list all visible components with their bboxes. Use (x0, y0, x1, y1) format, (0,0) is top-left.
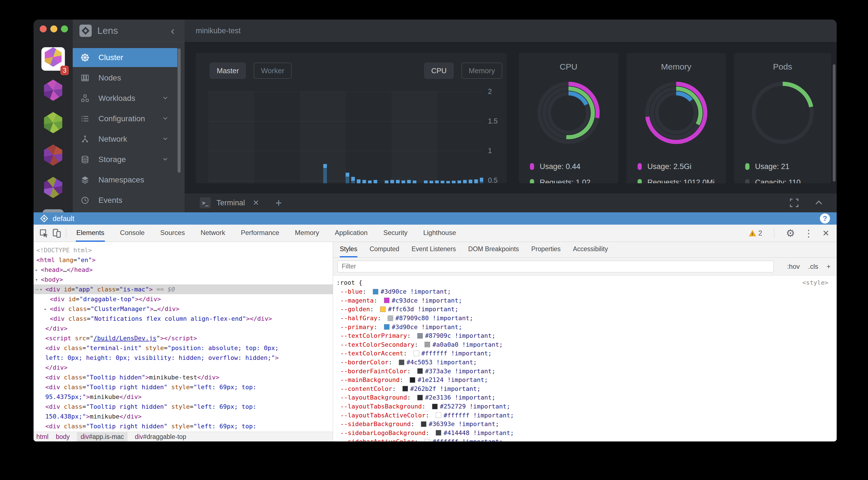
cluster-tab[interactable]: minikube-test (196, 27, 241, 35)
devtools-tab-application[interactable]: Application (334, 225, 368, 242)
dom-tree-node[interactable]: ⋯▾<div id="app" class="is-mac"> == $0 (34, 284, 333, 294)
sidebar-item-nodes[interactable]: Nodes (73, 68, 177, 88)
device-toolbar-icon[interactable] (50, 227, 63, 240)
metric-tab-cpu[interactable]: CPU (424, 63, 454, 79)
dom-tree-node[interactable]: <div class="Tooltip right hidden" style=… (34, 421, 333, 431)
css-property[interactable]: --halfGray: #87909c80 !important; (333, 314, 837, 323)
cluster-rail-item-cluster-5[interactable] (41, 177, 65, 200)
color-swatch-icon[interactable] (417, 333, 423, 339)
css-selector[interactable]: :root { (336, 278, 363, 287)
color-swatch-icon[interactable] (417, 395, 423, 400)
devtools-menu-icon[interactable]: ⋮ (804, 228, 813, 239)
dom-tree-node[interactable]: left: 0px; height: 0px; visibility: hidd… (34, 353, 333, 363)
breadcrumb-div#draggable-top[interactable]: div#draggable-top (135, 433, 186, 441)
css-property[interactable]: --layoutBackground: #2e3136 !important; (333, 393, 837, 402)
node-tab-master[interactable]: Master (210, 63, 246, 79)
devtools-tab-security[interactable]: Security (383, 225, 408, 242)
dom-tree-node[interactable]: <div class="Tooltip right hidden" style=… (34, 382, 333, 392)
color-swatch-icon[interactable] (436, 412, 441, 418)
toggle-hover-state-button[interactable]: :hov (787, 263, 800, 270)
css-property[interactable]: --textColorAccent: #ffffff !important; (333, 349, 837, 358)
dom-tree-node[interactable]: <html lang="en"> (34, 255, 333, 265)
css-property[interactable]: --mainBackground: #1e2124 !important; (333, 376, 837, 384)
sidebar-item-workloads[interactable]: Workloads (73, 89, 177, 108)
dom-tree-node[interactable]: <!DOCTYPE html> (34, 245, 333, 255)
color-swatch-icon[interactable] (421, 421, 427, 427)
expand-arrow-icon[interactable]: ▾ (40, 285, 42, 295)
color-swatch-icon[interactable] (425, 439, 430, 441)
terminal-close-icon[interactable]: ✕ (253, 198, 259, 207)
css-property[interactable]: --layoutTabsBackground: #252729 !importa… (333, 402, 837, 411)
chevron-down-icon[interactable] (162, 155, 169, 164)
color-swatch-icon[interactable] (402, 386, 408, 391)
cluster-rail-item-cluster-4[interactable] (41, 144, 65, 168)
dom-tree-node[interactable]: 95.4375px;">minikube</div> (34, 392, 333, 402)
styles-tab-properties[interactable]: Properties (531, 242, 561, 257)
inspect-element-icon[interactable] (37, 227, 50, 240)
breadcrumb-div#app.is-mac[interactable]: div#app.is-mac (77, 432, 127, 441)
css-property[interactable]: --borderColor: #4c5053 !important; (333, 358, 837, 367)
node-tab-worker[interactable]: Worker (254, 63, 291, 79)
dom-node-options-icon[interactable]: ⋯ (35, 284, 39, 294)
dom-tree-node[interactable]: ▸<div class="ClusterManager">…</div> (34, 304, 333, 314)
dom-tree-node[interactable]: <div id="draggable-top"></div> (34, 294, 333, 304)
css-property[interactable]: --golden: #ffc63d !important; (333, 305, 837, 314)
color-swatch-icon[interactable] (432, 404, 438, 409)
styles-tab-event-listeners[interactable]: Event Listeners (412, 242, 456, 257)
zoom-window-button[interactable] (61, 26, 68, 32)
cluster-rail-item-cluster-3[interactable] (41, 112, 65, 136)
breadcrumb-html[interactable]: html (36, 433, 49, 441)
styles-tab-styles[interactable]: Styles (340, 242, 358, 257)
color-swatch-icon[interactable] (413, 351, 419, 356)
css-property[interactable]: --contentColor: #262b2f !important; (333, 384, 837, 393)
color-swatch-icon[interactable] (373, 289, 378, 295)
css-origin-link[interactable]: <style> (802, 278, 828, 287)
css-property[interactable]: --sidebarBackground: #36393e !important; (333, 420, 837, 428)
css-property[interactable]: --textColorPrimary: #87909c !important; (333, 331, 837, 340)
css-property[interactable]: --sidebarLogoBackground: #414448 !import… (333, 428, 837, 438)
css-property[interactable]: --borderFaintColor: #373a3e !important; (333, 367, 837, 376)
devtools-tab-memory[interactable]: Memory (294, 225, 320, 242)
css-property[interactable]: --magenta: #c93dce !important; (333, 296, 837, 305)
devtools-tab-network[interactable]: Network (200, 225, 226, 242)
devtools-tab-console[interactable]: Console (119, 225, 145, 242)
sidebar-scrollbar[interactable] (178, 48, 181, 173)
chevron-down-icon[interactable] (162, 114, 169, 123)
chevron-down-icon[interactable] (162, 135, 169, 143)
dom-tree-node[interactable]: <div class="terminal-init" style="positi… (34, 343, 333, 353)
cluster-rail-item-cluster-2[interactable] (41, 80, 65, 103)
dom-tree-node[interactable]: </div> (34, 363, 333, 372)
styles-tab-accessibility[interactable]: Accessibility (573, 242, 608, 257)
metric-tab-memory[interactable]: Memory (461, 63, 502, 79)
color-swatch-icon[interactable] (384, 298, 390, 303)
expand-arrow-icon[interactable]: ▸ (44, 304, 47, 314)
css-property[interactable]: --layoutTabsActiveColor: #ffffff !import… (333, 411, 837, 420)
main-scrollbar[interactable] (833, 64, 836, 182)
sidebar-item-cluster[interactable]: Cluster (73, 48, 177, 67)
help-icon[interactable]: ? (820, 213, 830, 224)
css-property[interactable]: --textColorSecondary: #a0a0a0 !important… (333, 340, 837, 349)
sidebar-item-configuration[interactable]: Configuration (73, 109, 177, 128)
styles-tab-dom-breakpoints[interactable]: DOM Breakpoints (468, 242, 519, 257)
minimize-window-button[interactable] (50, 26, 57, 32)
dom-tree-node[interactable]: <div class="Tooltip right hidden" style=… (34, 402, 333, 412)
toggle-class-button[interactable]: .cls (808, 263, 818, 270)
color-swatch-icon[interactable] (425, 342, 430, 347)
chevron-down-icon[interactable] (162, 94, 169, 103)
terminal-add-icon[interactable]: + (275, 197, 282, 209)
dom-tree-node[interactable]: <div class="Tooltip hidden">minikube-tes… (34, 372, 333, 382)
color-swatch-icon[interactable] (410, 377, 415, 383)
dom-tree-node[interactable]: <div class="Notifications flex column al… (34, 314, 333, 323)
sidebar-collapse-button[interactable]: ‹ (171, 26, 175, 36)
sidebar-item-events[interactable]: Events (73, 191, 177, 210)
color-swatch-icon[interactable] (436, 430, 441, 436)
color-swatch-icon[interactable] (388, 315, 393, 321)
dom-tree-node[interactable]: <script src="/build/LensDev.js"></script… (34, 333, 333, 343)
sidebar-item-storage[interactable]: Storage (73, 150, 177, 169)
css-property[interactable]: --primary: #3d90ce !important; (333, 322, 837, 331)
devtools-settings-icon[interactable]: ⚙ (786, 228, 795, 239)
dom-tree-node[interactable]: ▸<head>…</head> (34, 265, 333, 275)
devtools-tab-sources[interactable]: Sources (160, 225, 185, 242)
devtools-tab-elements[interactable]: Elements (76, 225, 105, 242)
sidebar-item-namespaces[interactable]: Namespaces (73, 170, 177, 190)
